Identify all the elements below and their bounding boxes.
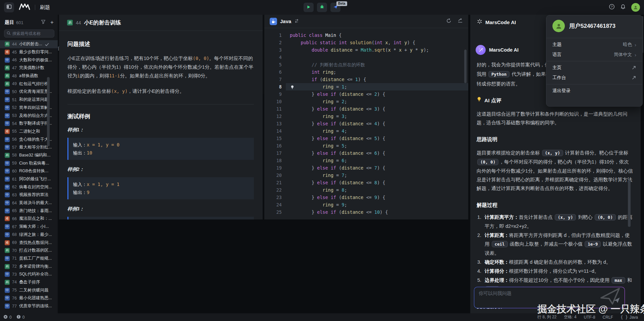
code-line[interactable]: 9 } else if (distance <= 2) { — [264, 90, 468, 98]
problem-list-item[interactable]: 难66魔法甜点之和：... — [0, 215, 58, 223]
problem-list-item[interactable]: 中62病毒在封闭空间... — [0, 183, 58, 191]
problem-list-item[interactable]: 易47完美偶数计数 — [0, 64, 58, 72]
notifications-bell-icon[interactable] — [620, 4, 626, 11]
help-icon[interactable]: ? — [609, 4, 615, 11]
problem-list-item[interactable]: 易74叠盘子排序 — [0, 278, 58, 286]
code-line[interactable]: 3 double distance = Math.sqrt(x * x + y … — [264, 46, 468, 54]
menu-item-workspace[interactable]: 工作台 — [546, 73, 642, 83]
code-line[interactable]: 18 ring = 6; — [264, 157, 468, 164]
switch-language-icon[interactable] — [294, 18, 299, 24]
problem-item-title: 病毒在封闭空间... — [19, 184, 52, 190]
ai-scrollbar[interactable] — [628, 180, 631, 227]
sample-code-block: 输入：x = 1, y = 0输出：10 — [67, 138, 254, 160]
sidebar-scrollbar[interactable] — [47, 77, 50, 146]
difficulty-badge: 中 — [5, 272, 10, 277]
code-line[interactable]: 2 public static int solution(int x, int … — [264, 39, 468, 46]
code-line[interactable]: 5 // 判断射击点所在的环数 — [264, 61, 468, 68]
problem-item-number: 75 — [12, 288, 17, 293]
problem-list-item[interactable]: 易70打点计数器的区... — [0, 247, 58, 255]
sample-label: 样例2： — [67, 167, 254, 173]
problem-list-item[interactable]: 中64英雄决斗的最大... — [0, 199, 58, 207]
problem-list-item[interactable]: 中60RGB色值转换... — [0, 167, 58, 175]
code-line[interactable]: 11 } else if (distance <= 3) { — [264, 105, 468, 113]
description-paragraph: 小E正在训练场进行射击练习，靶有10个环，靶心位于坐标(0, 0)。每个环对应不… — [67, 54, 254, 80]
code-line[interactable]: 23 } else if (distance <= 9) { — [264, 194, 468, 201]
problem-item-title: 唐门绝技：暴雨... — [19, 208, 52, 214]
problem-item-title: 和的逆运算问题 — [19, 97, 49, 103]
problem-list-item[interactable]: 中61阿D的最佳飞行... — [0, 175, 58, 183]
code-line[interactable]: 19 } else if (distance <= 7) { — [264, 164, 468, 172]
ai-panel-title: MarsCode AI — [485, 19, 516, 25]
submit-record-icon[interactable] — [458, 18, 463, 24]
problem-list-item[interactable]: 易44小E的射击... — [0, 40, 58, 48]
code-line[interactable]: 7 if (distance <= 1) { — [264, 76, 468, 83]
debug-button[interactable] — [317, 3, 327, 12]
editor-scrollbar[interactable] — [464, 50, 467, 83]
difficulty-badge: 难 — [5, 129, 10, 134]
search-input[interactable]: 搜索题号或名称 — [4, 29, 54, 38]
problem-list-item[interactable]: 中76最小化团建熟悉... — [0, 294, 58, 302]
problem-list-item[interactable]: 中67策略大师：小I... — [0, 223, 58, 231]
problem-list-item[interactable]: 中59Cion 勒索病毒... — [0, 159, 58, 167]
ai-steps-list: 1.计算距离平方：首先计算射击点 (x, y) 到靶心 (0, 0) 的距离平方… — [477, 213, 633, 294]
code-line[interactable]: 24 ring = 9; — [264, 201, 468, 208]
problem-item-title: 二进制之和 — [19, 129, 40, 134]
marscode-logo[interactable] — [19, 3, 30, 12]
problem-list-item[interactable]: 中73SQL代码补全功... — [0, 270, 58, 278]
user-avatar[interactable] — [631, 3, 640, 12]
problem-list-item[interactable]: 难45最少步数归零问... — [0, 48, 58, 56]
sparkle-icon — [477, 19, 482, 25]
menu-item-theme[interactable]: 主题 暗色› — [546, 40, 642, 50]
problem-item-number: 47 — [12, 66, 17, 70]
app-root: 刷题 Beta ? 题目 601 — [0, 0, 644, 321]
run-button[interactable] — [304, 3, 314, 12]
problem-item-number: 69 — [12, 240, 17, 245]
code-line[interactable]: 1public class Main { — [264, 31, 468, 39]
sample-code-block: 输入：x = 0, y = 5输出：6 — [67, 217, 254, 219]
code-line[interactable]: 25 } else if (distance <= 10) { — [264, 208, 468, 216]
problem-item-title: SQL代码补全功... — [19, 271, 52, 277]
code-line[interactable]: 16 ring = 5; — [264, 142, 468, 149]
code-line[interactable]: 14 ring = 4; — [264, 127, 468, 135]
code-line[interactable]: 12 ring = 3; — [264, 113, 468, 120]
menu-item-home[interactable]: 主页 — [546, 63, 642, 73]
code-line[interactable]: 8 ring = 1; — [264, 83, 468, 90]
problem-list-item[interactable]: 中75二叉树供暖问题 — [0, 286, 58, 294]
problem-item-number: 58 — [12, 153, 17, 157]
code-line[interactable]: 10 ring = 2; — [264, 98, 468, 105]
menu-item-language[interactable]: 语言 简体中文› — [546, 50, 642, 60]
problem-list-item[interactable]: 中71蛋糕工厂产能规... — [0, 255, 58, 263]
code-line[interactable]: 17 } else if (distance <= 6) { — [264, 149, 468, 157]
code-line[interactable]: 4 — [264, 54, 468, 61]
panel-toggle-icon — [6, 4, 12, 11]
code-line[interactable]: 21 } else if (distance <= 8) { — [264, 179, 468, 186]
code-line[interactable]: 20 ring = 7; — [264, 172, 468, 179]
warnings-icon[interactable] — [16, 315, 21, 320]
code-line[interactable]: 13 } else if (distance <= 4) { — [264, 120, 468, 127]
menu-item-logout[interactable]: 退出登录 — [546, 86, 642, 96]
brand-label: 刷题 — [40, 4, 50, 11]
sidebar: 题目 601 + 搜索题号或名称 易44小E的射击...难45最少步数归零问..… — [0, 15, 58, 313]
bug-icon — [320, 4, 324, 10]
problem-list-item[interactable]: 中77优质章节的连续... — [0, 302, 58, 310]
code-line[interactable]: 22 ring = 8; — [264, 186, 468, 194]
beta-badge: Beta — [336, 1, 347, 6]
errors-icon[interactable] — [3, 315, 8, 320]
add-problem-icon[interactable]: + — [50, 20, 54, 25]
problem-list-item[interactable]: 易58Base32 编码和... — [0, 151, 58, 159]
difficulty-badge: 中 — [5, 97, 10, 102]
difficulty-badge: 中 — [5, 304, 10, 309]
filter-icon[interactable] — [41, 19, 46, 25]
sidebar-toggle-button[interactable] — [4, 2, 14, 12]
reset-code-icon[interactable] — [446, 18, 451, 25]
code-line[interactable]: 6 int ring; — [264, 68, 468, 76]
code-area[interactable]: 1public class Main {2 public static int … — [264, 28, 468, 216]
problem-list-item[interactable]: 中68绿洲之旅：最少... — [0, 231, 58, 239]
problem-list-item[interactable]: 难69查找热点数据问... — [0, 239, 58, 247]
problem-item-title: 优质章节的连续... — [19, 303, 52, 309]
problem-list-item[interactable]: 中63视频推荐的算法 — [0, 191, 58, 199]
problem-list-item[interactable]: 中65唐门绝技：暴雨... — [0, 207, 58, 215]
problem-list-item[interactable]: 易72多米诺骨牌均衡... — [0, 262, 58, 270]
problem-list-item[interactable]: 中46大数和中的极值... — [0, 56, 58, 64]
code-line[interactable]: 15 } else if (distance <= 5) { — [264, 135, 468, 142]
